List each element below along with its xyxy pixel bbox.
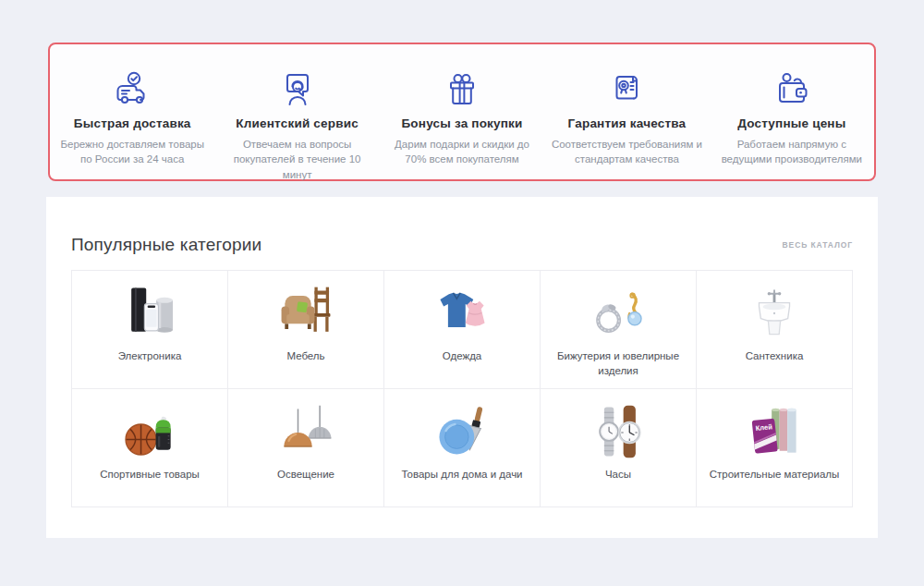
full-catalog-link[interactable]: ВЕСЬ КАТАЛОГ [783,240,853,250]
feature-fast-delivery: Быстрая доставка Бережно доставляем това… [50,71,214,167]
glue-pack-text: Клей [755,422,772,433]
section-title: Популярные категории [71,235,261,255]
category-label: Сантехника [735,349,815,364]
building-materials-image: Клей [741,401,808,462]
category-card-jewelry[interactable]: Бижутерия и ювелирные изделия [541,271,697,389]
category-label: Электроника [107,349,193,364]
feature-description: Соответствуем требованиям и стандартам к… [544,137,709,167]
category-card-clothing[interactable]: Одежда [384,271,541,389]
feature-title: Гарантия качества [568,116,687,130]
category-label: Мебель [275,349,335,364]
feature-customer-service: Клиентский сервис Отвечаем на вопросы по… [214,71,379,182]
feature-title: Быстрая доставка [74,116,191,130]
features-panel: Быстрая доставка Бережно доставляем това… [48,43,876,181]
watches-image [585,401,651,462]
category-label: Освещение [266,468,346,482]
popular-categories-section: Популярные категории ВЕСЬ КАТАЛОГ [46,197,878,538]
electronics-image [116,283,183,344]
certificate-icon [606,71,647,108]
category-label: Часы [594,468,642,482]
category-card-building-materials[interactable]: Клей Строительные материалы [697,389,853,507]
feature-description: Работаем напрямую с ведущими производите… [710,137,874,167]
categories-grid: Электроника [71,270,853,507]
lighting-image [273,401,339,462]
support-agent-icon [277,71,318,108]
wallet-icon [772,71,812,108]
feature-quality: Гарантия качества Соответствуем требован… [544,71,709,167]
furniture-image [273,283,339,344]
feature-title: Клиентский сервис [236,116,359,130]
feature-prices: Доступные цены Работаем напрямую с ведущ… [710,71,874,167]
feature-description: Отвечаем на вопросы покупателей в течени… [214,137,379,182]
feature-title: Бонусы за покупки [401,116,522,130]
page: Быстрая доставка Бережно доставляем това… [0,0,924,586]
jewelry-image [585,283,651,344]
category-card-sports[interactable]: Спортивные товары [72,389,228,507]
category-card-plumbing[interactable]: Сантехника [697,271,853,389]
category-label: Товары для дома и дачи [390,468,533,482]
feature-title: Доступные цены [737,116,845,130]
category-card-electronics[interactable]: Электроника [72,271,228,389]
categories-header: Популярные категории ВЕСЬ КАТАЛОГ [71,235,853,255]
category-card-watches[interactable]: Часы [541,389,697,507]
category-card-home-garden[interactable]: Товары для дома и дачи [384,389,541,507]
feature-bonuses: Бонусы за покупки Дарим подарки и скидки… [380,71,544,167]
category-label: Спортивные товары [89,468,211,482]
feature-description: Бережно доставляем товары по России за 2… [50,137,214,167]
sports-image [116,401,183,462]
category-label: Строительные материалы [699,468,851,482]
category-card-furniture[interactable]: Мебель [228,271,384,389]
category-card-lighting[interactable]: Освещение [228,389,384,507]
delivery-truck-icon [112,71,152,108]
feature-description: Дарим подарки и скидки до 70% всем покуп… [380,137,544,167]
home-garden-image [429,401,495,462]
clothing-image [429,283,495,344]
gift-icon [442,71,482,108]
category-label: Одежда [432,349,492,364]
plumbing-image [741,283,808,344]
category-label: Бижутерия и ювелирные изделия [541,349,696,378]
